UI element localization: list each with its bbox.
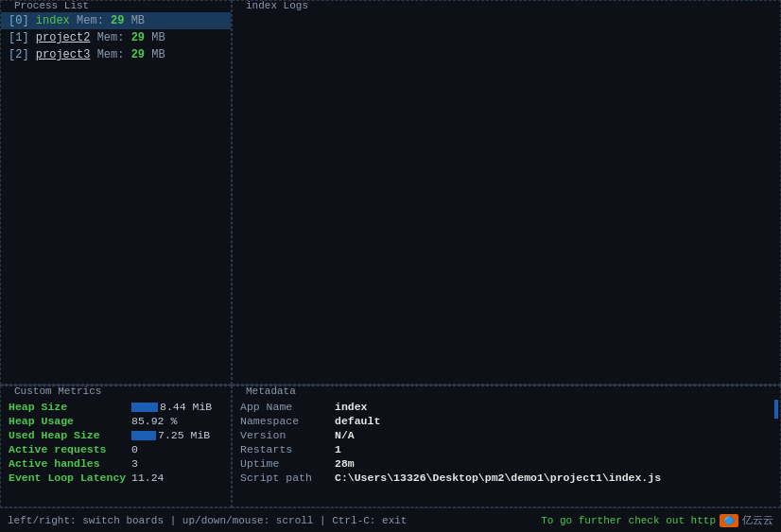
proc-name-0: index xyxy=(36,14,70,27)
metadata-key-uptime: Uptime xyxy=(240,457,335,470)
metric-value-heap-usage: 85.92 % xyxy=(131,415,177,427)
metric-row-heap-size: Heap Size 8.44 MiB xyxy=(9,400,231,414)
custom-metrics-title: Custom Metrics xyxy=(10,386,105,397)
status-bar: left/right: switch boards | up/down/mous… xyxy=(0,507,781,532)
index-logs-title: index Logs xyxy=(242,0,312,11)
metadata-value-namespace: default xyxy=(335,415,380,427)
proc-mem-value-2: 29 xyxy=(131,48,145,61)
metadata-key-script-path: Script path xyxy=(240,472,335,484)
metric-value-event-loop-latency: 11.24 xyxy=(131,472,165,484)
proc-mem-unit-0: MB xyxy=(131,14,145,27)
metric-row-used-heap-size: Used Heap Size 7.25 MiB xyxy=(9,428,231,442)
process-item-2[interactable]: [2] project3 Mem: 29 MB xyxy=(1,46,231,63)
metric-label-active-requests: Active requests xyxy=(9,443,131,455)
process-item-1[interactable]: [1] project2 Mem: 29 MB xyxy=(1,29,231,46)
logo-badge: 🔷 xyxy=(720,514,738,527)
proc-mem-label-0: Mem: xyxy=(77,14,104,27)
metadata-value-version: N/A xyxy=(335,429,355,441)
index-logs-panel: index Logs xyxy=(232,0,781,385)
proc-mem-label-2: Mem: xyxy=(97,48,125,61)
metric-value-heap-size: 8.44 MiB xyxy=(160,401,212,413)
metric-value-used-heap-size: 7.25 MiB xyxy=(158,429,210,441)
metric-row-event-loop-latency: Event Loop Latency 11.24 xyxy=(9,471,231,485)
metadata-row-app-name: App Name index xyxy=(240,400,780,414)
process-list-panel: Process List [0] index Mem: 29 MB [1] xyxy=(0,0,232,385)
metadata-key-version: Version xyxy=(240,429,335,441)
metadata-value-script-path: C:\Users\13326\Desktop\pm2\demo1\project… xyxy=(335,472,661,484)
metric-bar-heap-size xyxy=(131,403,158,412)
metadata-row-version: Version N/A xyxy=(240,428,780,442)
metric-row-active-handles: Active handles 3 xyxy=(9,456,231,471)
metric-label-heap-usage: Heap Usage xyxy=(9,415,131,427)
metric-value-active-requests: 0 xyxy=(131,443,138,455)
metadata-title: Metadata xyxy=(242,386,300,397)
bottom-panels: Custom Metrics Heap Size 8.44 MiB Heap U… xyxy=(0,385,781,507)
metadata-value-app-name: index xyxy=(335,401,368,413)
process-item-0[interactable]: [0] index Mem: 29 MB xyxy=(1,12,231,29)
metadata-row-restarts: Restarts 1 xyxy=(240,442,780,456)
metric-label-heap-size: Heap Size xyxy=(9,401,131,413)
metric-label-event-loop-latency: Event Loop Latency xyxy=(9,472,131,484)
metric-row-heap-usage: Heap Usage 85.92 % xyxy=(9,414,231,428)
metadata-key-namespace: Namespace xyxy=(240,415,335,427)
metadata-value-uptime: 28m xyxy=(335,457,355,470)
proc-name-2: project3 xyxy=(36,48,91,61)
custom-metrics-panel: Custom Metrics Heap Size 8.44 MiB Heap U… xyxy=(0,386,232,507)
metadata-key-app-name: App Name xyxy=(240,401,335,413)
metric-row-active-requests: Active requests 0 xyxy=(9,442,231,456)
logo-text: 亿云云 xyxy=(742,513,773,527)
metric-label-active-handles: Active handles xyxy=(9,457,131,470)
top-panels: Process List [0] index Mem: 29 MB [1] xyxy=(0,0,781,385)
proc-index-2: [2] xyxy=(9,48,29,61)
proc-index-0: [0] xyxy=(9,14,29,27)
process-list-title: Process List xyxy=(10,0,93,11)
metadata-scrollbar[interactable] xyxy=(774,400,778,419)
metadata-key-restarts: Restarts xyxy=(240,443,335,455)
main-container: Process List [0] index Mem: 29 MB [1] xyxy=(0,0,781,532)
status-left-text: left/right: switch boards | up/down/mous… xyxy=(8,515,407,526)
metric-value-active-handles: 3 xyxy=(131,457,138,470)
metadata-value-restarts: 1 xyxy=(335,443,341,455)
proc-index-1: [1] xyxy=(9,31,29,44)
metric-bar-used-heap-size xyxy=(131,431,156,440)
process-list: [0] index Mem: 29 MB [1] project2 xyxy=(1,12,231,63)
proc-mem-unit-2: MB xyxy=(151,48,165,61)
proc-mem-value-1: 29 xyxy=(131,31,145,44)
metadata-panel: Metadata App Name index Namespace defaul… xyxy=(232,386,781,507)
metric-label-used-heap-size: Used Heap Size xyxy=(9,429,131,441)
proc-mem-label-1: Mem: xyxy=(97,31,125,44)
proc-name-1: project2 xyxy=(36,31,91,44)
metadata-row-script-path: Script path C:\Users\13326\Desktop\pm2\d… xyxy=(240,471,780,485)
proc-mem-value-0: 29 xyxy=(111,14,124,27)
proc-mem-unit-1: MB xyxy=(151,31,165,44)
status-logo: To go further check out http 🔷 亿云云 xyxy=(541,513,773,527)
metadata-row-namespace: Namespace default xyxy=(240,414,780,428)
metadata-row-uptime: Uptime 28m xyxy=(240,456,780,471)
status-right-text: To go further check out http xyxy=(541,515,716,526)
